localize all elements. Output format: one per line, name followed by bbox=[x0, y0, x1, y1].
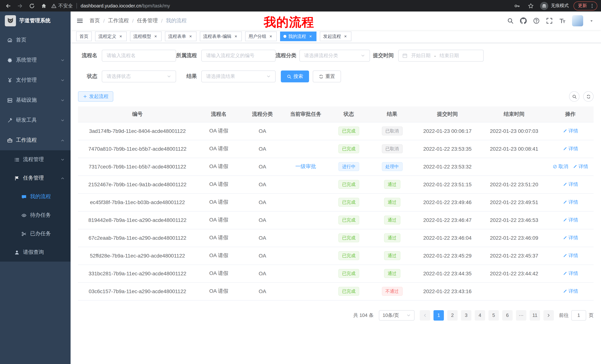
refresh-table-button[interactable] bbox=[583, 91, 594, 102]
detail-action-link[interactable]: 详情 bbox=[562, 270, 578, 277]
breadcrumb-item[interactable]: 任务管理 bbox=[137, 18, 158, 24]
hamburger-icon[interactable] bbox=[76, 17, 84, 25]
sidebar: 芋道管理系统 首页系统管理支付管理基础设施研发工具工作流程流程管理任务管理我的流… bbox=[0, 11, 70, 364]
tab-process-model[interactable]: 流程模型× bbox=[130, 31, 161, 41]
detail-action-link[interactable]: 详情 bbox=[562, 181, 578, 188]
browser-update-button[interactable]: 更新 bbox=[573, 1, 597, 10]
cancel-action-link[interactable]: 取消 bbox=[552, 163, 568, 170]
detail-action-link[interactable]: 详情 bbox=[562, 217, 578, 223]
url-bar[interactable]: dashboard.yudao.iocoder.cn/bpm/task/my bbox=[80, 3, 170, 9]
back-icon[interactable] bbox=[4, 1, 13, 10]
search-button[interactable]: 搜索 bbox=[281, 70, 309, 82]
more-vertical-icon[interactable] bbox=[590, 3, 595, 8]
home-icon[interactable] bbox=[39, 1, 48, 10]
sidebar-item-infrastructure[interactable]: 基础设施 bbox=[0, 90, 70, 110]
page-button-2[interactable]: 2 bbox=[447, 310, 458, 320]
reset-button[interactable]: 重置 bbox=[313, 70, 341, 82]
cell-result: 通过 bbox=[370, 175, 414, 193]
sidebar-item-leave-query[interactable]: 请假查询 bbox=[0, 243, 70, 262]
eye-icon bbox=[21, 212, 27, 218]
avatar[interactable] bbox=[572, 15, 583, 26]
page-button-11[interactable]: 11 bbox=[530, 310, 540, 320]
star-icon[interactable] bbox=[526, 1, 535, 10]
sidebar-item-workflow[interactable]: 工作流程 bbox=[0, 130, 70, 150]
plus-icon bbox=[83, 94, 87, 99]
sidebar-item-my-process[interactable]: 我的流程 bbox=[0, 187, 70, 206]
breadcrumb-item[interactable]: 首页 bbox=[90, 18, 100, 24]
detail-action-link[interactable]: 详情 bbox=[562, 145, 578, 152]
date-range-picker[interactable]: 开始日期 - 结束日期 bbox=[398, 50, 484, 62]
key-icon[interactable] bbox=[513, 1, 521, 10]
tab-start-process[interactable]: 发起流程× bbox=[320, 31, 351, 41]
navbar-icons bbox=[507, 18, 566, 24]
sidebar-item-process-management[interactable]: 流程管理 bbox=[0, 150, 70, 169]
status-tag: 已完成 bbox=[338, 198, 359, 207]
page-size-select[interactable]: 10条/页 bbox=[379, 310, 415, 320]
page-button-6[interactable]: 6 bbox=[502, 310, 513, 320]
forward-icon[interactable] bbox=[16, 1, 25, 10]
browser-nav-buttons bbox=[4, 1, 48, 10]
process-id-input[interactable]: 请输入流程定义的编号 bbox=[201, 50, 276, 62]
cell-category: OA bbox=[241, 247, 284, 265]
goto-page-input[interactable] bbox=[571, 310, 586, 320]
detail-action-link[interactable]: 详情 bbox=[562, 199, 578, 206]
github-icon[interactable] bbox=[520, 18, 527, 24]
page-button-1[interactable]: 1 bbox=[433, 310, 444, 320]
page-button-5[interactable]: 5 bbox=[489, 310, 499, 320]
chat-icon bbox=[21, 194, 27, 200]
sidebar-item-task-management[interactable]: 任务管理 bbox=[0, 169, 70, 187]
start-process-button[interactable]: 发起流程 bbox=[78, 91, 113, 102]
tab-close-icon[interactable]: × bbox=[153, 34, 158, 39]
detail-action-link[interactable]: 详情 bbox=[562, 128, 578, 134]
tab-process-form-edit[interactable]: 流程表单-编辑× bbox=[200, 31, 242, 41]
sidebar-item-done-tasks[interactable]: 已办任务 bbox=[0, 224, 70, 243]
sidebar-item-payment[interactable]: 支付管理 bbox=[0, 70, 70, 90]
current-task-link[interactable]: 一级审批 bbox=[295, 163, 316, 169]
detail-action-link[interactable]: 详情 bbox=[562, 234, 578, 241]
app-logo[interactable]: 芋道管理系统 bbox=[0, 11, 70, 30]
tab-close-icon[interactable]: × bbox=[343, 34, 348, 39]
question-icon[interactable] bbox=[533, 18, 540, 24]
reload-icon[interactable] bbox=[28, 1, 36, 10]
toggle-search-button[interactable] bbox=[569, 91, 580, 102]
tab-close-icon[interactable]: × bbox=[233, 34, 239, 39]
process-name-input[interactable]: 请输入流程名 bbox=[102, 50, 176, 62]
refresh-icon bbox=[586, 94, 591, 99]
search-icon[interactable] bbox=[507, 18, 514, 24]
sidebar-item-dev-tools[interactable]: 研发工具 bbox=[0, 110, 70, 130]
incognito-indicator[interactable]: 无痕模式 bbox=[540, 2, 569, 10]
tab-close-icon[interactable]: × bbox=[118, 34, 123, 39]
cell-process-name: OA 请假 bbox=[197, 247, 241, 265]
sidebar-item-label: 基础设施 bbox=[16, 97, 37, 104]
fullscreen-icon[interactable] bbox=[546, 18, 553, 24]
sidebar-item-todo-tasks[interactable]: 待办任务 bbox=[0, 206, 70, 224]
page-button-3[interactable]: 3 bbox=[461, 310, 471, 320]
prev-page-button[interactable] bbox=[420, 310, 430, 320]
tab-close-icon[interactable]: × bbox=[268, 34, 273, 39]
status-tag: 已完成 bbox=[338, 233, 359, 242]
sidebar-item-home[interactable]: 首页 bbox=[0, 30, 70, 50]
font-size-icon[interactable] bbox=[559, 18, 566, 24]
next-page-button[interactable] bbox=[543, 310, 554, 320]
tab-close-icon[interactable]: × bbox=[308, 34, 313, 39]
tab-home[interactable]: 首页 bbox=[76, 31, 92, 41]
cell-submit-time: 2022-01-22 23:46:04 bbox=[414, 229, 481, 247]
detail-action-link[interactable]: 详情 bbox=[562, 288, 578, 295]
detail-action-link[interactable]: 详情 bbox=[573, 163, 588, 170]
sidebar-item-system[interactable]: 系统管理 bbox=[0, 50, 70, 70]
caret-down-icon[interactable] bbox=[590, 19, 594, 23]
tab-process-form[interactable]: 流程表单× bbox=[165, 31, 197, 41]
category-select[interactable]: 请选择流程分类 bbox=[299, 50, 370, 62]
tab-my-process[interactable]: 我的流程× bbox=[280, 31, 316, 41]
status-select[interactable]: 请选择状态 bbox=[102, 70, 176, 82]
pager-ellipsis[interactable]: ··· bbox=[516, 310, 526, 320]
tab-user-group[interactable]: 用户分组× bbox=[245, 31, 277, 41]
tab-close-icon[interactable]: × bbox=[188, 34, 193, 39]
result-select[interactable]: 请选择流结果 bbox=[201, 70, 276, 82]
page-button-4[interactable]: 4 bbox=[475, 310, 485, 320]
tab-process-definition[interactable]: 流程定义× bbox=[95, 31, 127, 41]
detail-action-link[interactable]: 详情 bbox=[562, 252, 578, 259]
breadcrumb-item[interactable]: 工作流程 bbox=[108, 18, 129, 24]
site-security-chip[interactable]: 不安全 bbox=[51, 2, 73, 9]
process-id-placeholder: 请输入流程定义的编号 bbox=[206, 52, 254, 59]
